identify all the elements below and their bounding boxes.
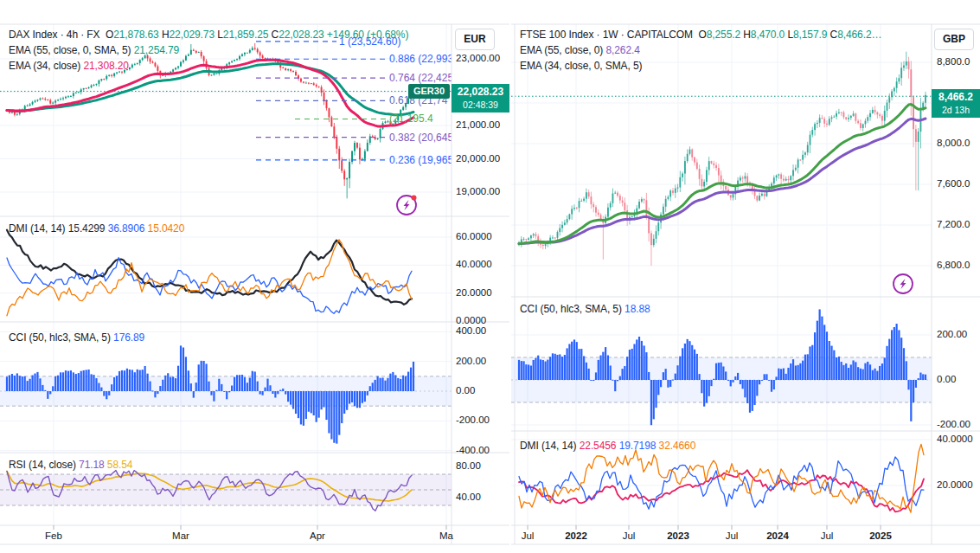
bar-countdown: 02:48:39 [452,99,509,111]
fib-level-label: 0.236 (19,965 [389,154,453,166]
last-price-badge: 22,028.2302:48:39 [452,84,509,113]
flash-icon[interactable] [894,274,913,293]
tradingview-snapshot: FxWirePro published on TradingView.com, … [0,0,980,553]
bar-countdown: 2d 13h [932,104,980,116]
fib-level-label: 1 (23,524.60) [339,35,400,48]
last-price: 8,466.2 [932,91,980,104]
last-price: 22,028.23 [452,86,509,99]
fib-level-label: 0.886 (22,993 [389,53,453,65]
fib-level-label: (21,195.4 [389,113,433,125]
dax-chart-canvas[interactable]: 1 (23,524.60)0.886 (22,9930.764 (22,4250… [0,0,509,553]
time-axis[interactable] [511,525,932,544]
flash-icon[interactable] [397,196,417,215]
fib-level-label: 0.764 (22,425 [389,72,453,84]
currency-badge[interactable]: EUR [455,29,495,50]
time-axis[interactable] [0,525,452,544]
ftse-chart-canvas[interactable] [511,0,980,553]
symbol-badge: GER30 [408,84,450,99]
dax-chart-panel[interactable]: 1 (23,524.60)0.886 (22,9930.764 (22,4250… [0,0,509,553]
last-price-badge: 8,466.22d 13h [932,89,980,118]
ftse-chart-panel[interactable]: FTSE 100 Index · 1W · CAPITALCOM O8,255.… [511,0,980,553]
currency-badge[interactable]: GBP [934,29,974,50]
fib-level-label: 0.382 (20,645 [389,132,453,144]
